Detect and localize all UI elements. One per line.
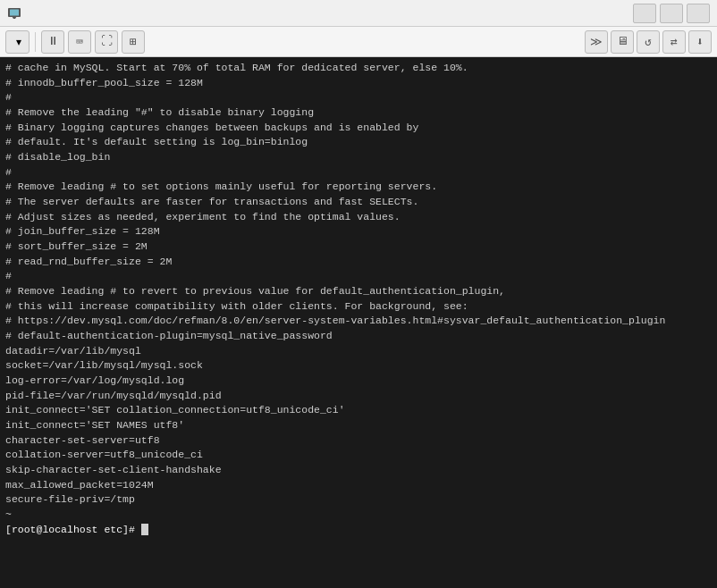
send-keys-button[interactable]: ⌨ xyxy=(68,30,91,54)
terminal-line: init_connect='SET collation_connection=u… xyxy=(5,403,712,418)
terminal-line: ~ xyxy=(5,508,712,523)
minimize-button[interactable] xyxy=(633,4,656,23)
svg-rect-1 xyxy=(10,9,19,15)
terminal-line: # join_buffer_size = 128M xyxy=(5,224,712,239)
toolbar-icon-1: ≫ xyxy=(590,35,603,49)
terminal-line: # Binary logging captures changes betwee… xyxy=(5,121,712,136)
titlebar-left xyxy=(7,6,27,21)
terminal-line: # xyxy=(5,90,712,105)
terminal-line: # sort_buffer_size = 2M xyxy=(5,239,712,255)
unity-button[interactable]: ⊞ xyxy=(122,30,145,54)
fullscreen-icon: ⛶ xyxy=(101,35,113,48)
terminal-line: socket=/var/lib/mysql/mysql.sock xyxy=(5,358,712,374)
toolbar-icon-3: ↺ xyxy=(645,35,652,49)
toolbar-icon-4: ⇄ xyxy=(671,35,678,49)
terminal-line: # Remove leading # to revert to previous… xyxy=(5,284,712,299)
toolbar-right-btn-2[interactable]: 🖥 xyxy=(611,30,634,54)
unity-icon: ⊞ xyxy=(130,35,137,49)
terminal-line: # default. It's default setting is log_b… xyxy=(5,135,712,150)
toolbar-icon-5: ⬇ xyxy=(696,35,704,49)
toolbar-separator-1 xyxy=(35,32,36,52)
close-button[interactable] xyxy=(687,4,710,23)
terminal-line: # Remove leading # to set options mainly… xyxy=(5,180,712,195)
terminal-line: max_allowed_packet=1024M xyxy=(5,478,712,493)
terminal-line: init_connect='SET NAMES utf8' xyxy=(5,418,712,433)
toolbar-right: ≫ 🖥 ↺ ⇄ ⬇ xyxy=(585,30,712,54)
terminal-line: # xyxy=(5,165,712,181)
terminal-line: collation-server=utf8_unicode_ci xyxy=(5,448,712,463)
terminal-line: # https://dev.mysql.com/doc/refman/8.0/e… xyxy=(5,314,712,329)
terminal-line: # innodb_buffer_pool_size = 128M xyxy=(5,76,712,91)
send-keys-icon: ⌨ xyxy=(76,35,83,49)
terminal-line: # xyxy=(5,269,712,284)
terminal-line: # Remove the leading "#" to disable bina… xyxy=(5,105,712,121)
terminal-prompt-line: [root@localhost etc]# xyxy=(5,523,712,538)
pause-button[interactable]: ⏸ xyxy=(41,30,64,54)
toolbar-icon-2: 🖥 xyxy=(617,35,628,48)
terminal-line: # cache in MySQL. Start at 70% of total … xyxy=(5,61,712,76)
terminal-line: secure-file-priv=/tmp xyxy=(5,492,712,508)
terminal-line: # read_rnd_buffer_size = 2M xyxy=(5,255,712,270)
toolbar-right-btn-1[interactable]: ≫ xyxy=(585,30,608,54)
terminal-line: # Adjust sizes as needed, experiment to … xyxy=(5,210,712,225)
toolbar-right-btn-3[interactable]: ↺ xyxy=(637,30,660,54)
toolbar: ▾ ⏸ ⌨ ⛶ ⊞ ≫ 🖥 ↺ ⇄ ⬇ xyxy=(0,27,717,57)
vm-icon xyxy=(7,6,21,21)
player-menu-button[interactable]: ▾ xyxy=(5,30,30,54)
terminal-area[interactable]: # cache in MySQL. Start at 70% of total … xyxy=(0,57,717,588)
terminal-line: character-set-server=utf8 xyxy=(5,433,712,449)
terminal-line: # The server defaults are faster for tra… xyxy=(5,195,712,210)
maximize-button[interactable] xyxy=(660,4,683,23)
terminal-line: # disable_log_bin xyxy=(5,150,712,165)
terminal-line: # default-authentication-plugin=mysql_na… xyxy=(5,329,712,344)
terminal-line: log-error=/var/log/mysqld.log xyxy=(5,374,712,389)
svg-marker-2 xyxy=(12,16,17,19)
toolbar-right-btn-4[interactable]: ⇄ xyxy=(662,30,686,54)
titlebar xyxy=(0,0,717,27)
player-arrow: ▾ xyxy=(16,36,21,48)
terminal-line: skip-character-set-client-handshake xyxy=(5,463,712,478)
window-controls xyxy=(633,4,710,23)
terminal-line: datadir=/var/lib/mysql xyxy=(5,344,712,359)
cursor-block xyxy=(141,524,148,535)
fullscreen-button[interactable]: ⛶ xyxy=(95,30,118,54)
prompt-text: [root@localhost etc]# xyxy=(5,524,141,535)
terminal-line: # this will increase compatibility with … xyxy=(5,299,712,315)
toolbar-right-btn-5[interactable]: ⬇ xyxy=(688,30,712,54)
pause-icon: ⏸ xyxy=(47,35,59,48)
terminal-line: pid-file=/var/run/mysqld/mysqld.pid xyxy=(5,389,712,404)
